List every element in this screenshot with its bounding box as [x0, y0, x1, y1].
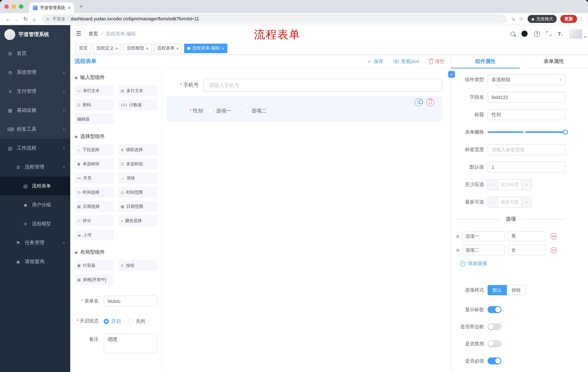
sidebar-item-process-model[interactable]: ✈流程模型: [0, 214, 70, 233]
sidebar-item-user-group[interactable]: ☻用户分组: [0, 195, 70, 214]
sidebar-item-infra[interactable]: ▦基础设施∨: [0, 101, 70, 120]
sidebar-item-workflow[interactable]: ▤工作流程∧: [0, 139, 70, 158]
status-on-radio[interactable]: 开启: [104, 318, 121, 325]
tag-4[interactable]: 流程表单-编辑×: [184, 43, 227, 53]
bookmark-star-icon[interactable]: ☆: [519, 16, 523, 22]
update-button[interactable]: 更新: [560, 15, 577, 23]
tag-0[interactable]: 首页: [76, 43, 91, 53]
new-tab-button[interactable]: +: [76, 2, 86, 11]
delete-component-button[interactable]: [426, 98, 434, 106]
copy-component-button[interactable]: [415, 98, 423, 106]
checkbox-option-1[interactable]: 选项一: [208, 108, 231, 114]
close-icon[interactable]: ×: [222, 46, 224, 50]
option-name-input[interactable]: [462, 245, 505, 255]
tag-2[interactable]: 流程模型×: [124, 43, 152, 53]
toggle-switch[interactable]: [488, 340, 501, 347]
title-input[interactable]: [488, 109, 566, 120]
sidebar-item-home[interactable]: ⊞首页: [0, 44, 70, 63]
form-canvas[interactable]: 手机号 性别: [162, 68, 451, 372]
phone-input[interactable]: [203, 79, 442, 92]
collapse-sidebar-icon[interactable]: ☰: [76, 30, 81, 37]
palette-item[interactable]: ▦表格[开发中]: [74, 274, 114, 285]
save-button[interactable]: ✓ 保存: [368, 58, 383, 65]
palette-item[interactable]: ⋔级联选择: [118, 144, 157, 155]
close-window-button[interactable]: [4, 4, 9, 9]
palette-item[interactable]: ⊷开关: [74, 172, 114, 183]
status-off-radio[interactable]: 关闭: [128, 318, 145, 325]
add-option-button[interactable]: + 添加选项: [460, 260, 566, 267]
tab-close-icon[interactable]: ×: [68, 5, 71, 11]
palette-item[interactable]: ⌄下拉选择: [74, 144, 114, 155]
sidebar-item-payment[interactable]: ¥支付管理∨: [0, 82, 70, 101]
sidebar-item-system[interactable]: ⚙系统管理∨: [0, 63, 70, 82]
palette-item[interactable]: ☁上传: [74, 229, 114, 240]
palette-item[interactable]: ◉单选框组: [74, 158, 114, 169]
fullscreen-icon[interactable]: [546, 31, 551, 36]
palette-item[interactable]: 123计数器: [118, 99, 157, 110]
user-avatar[interactable]: ▾: [569, 29, 582, 38]
minimize-window-button[interactable]: [12, 4, 16, 9]
max-count-stepper[interactable]: − 最多可选 +: [488, 197, 532, 207]
palette-item[interactable]: ▭单行文本: [74, 85, 114, 96]
github-icon[interactable]: [521, 31, 528, 37]
tag-3[interactable]: 流程表单×: [154, 43, 182, 53]
palette-item[interactable]: ▣行容器: [74, 260, 114, 271]
sidebar-item-devtools[interactable]: ⌨研发工具∨: [0, 120, 70, 139]
search-icon[interactable]: [511, 32, 515, 36]
checkbox-option-2[interactable]: 选项二: [243, 108, 267, 114]
breadcrumb-home[interactable]: 首页: [89, 30, 98, 37]
browser-menu-icon[interactable]: ⋮: [578, 16, 584, 22]
slider-track[interactable]: [488, 131, 566, 133]
option-name-input[interactable]: [462, 231, 505, 241]
palette-item[interactable]: ◶时间范围: [118, 187, 157, 198]
toggle-switch[interactable]: [488, 306, 501, 313]
palette-item[interactable]: ⊙按钮: [118, 260, 157, 271]
toggle-switch[interactable]: [488, 323, 501, 330]
canvas-field-phone[interactable]: 手机号: [166, 79, 442, 92]
palette-item[interactable]: ◑颜色选择: [118, 215, 157, 226]
palette-item[interactable]: ▤多行文本: [118, 85, 157, 96]
plus-icon[interactable]: +: [521, 180, 532, 190]
forward-button[interactable]: →: [12, 15, 21, 23]
palette-item[interactable]: ▦日期范围: [118, 201, 157, 212]
tab-component-props[interactable]: 组件属性: [451, 55, 520, 68]
home-button[interactable]: ⌂: [30, 15, 39, 23]
plus-icon[interactable]: +: [521, 197, 532, 207]
drag-handle-icon[interactable]: ≡: [456, 233, 459, 239]
font-size-icon[interactable]: T↕: [558, 31, 563, 37]
option-value-input[interactable]: [508, 245, 546, 255]
palette-item[interactable]: ☑多选框组: [118, 158, 157, 169]
tag-1[interactable]: 流程定义×: [93, 43, 121, 53]
drag-handle-icon[interactable]: ≡: [456, 247, 459, 253]
address-bar[interactable]: ⚠ 不安全 dashboard.yudao.iocoder.cn/bpm/man…: [42, 14, 507, 24]
slider-handle[interactable]: [563, 130, 568, 135]
palette-item[interactable]: ☆评分: [74, 215, 114, 226]
close-icon[interactable]: ×: [146, 46, 148, 50]
reload-button[interactable]: ↻: [21, 15, 30, 23]
minus-icon[interactable]: −: [488, 180, 498, 190]
sidebar-item-process-management[interactable]: ≣流程管理∧: [0, 158, 70, 177]
password-key-icon[interactable]: ⊸: [510, 16, 516, 22]
min-count-stepper[interactable]: − 至少应选 +: [488, 179, 532, 190]
option-value-input[interactable]: [508, 231, 546, 241]
checkbox-icon[interactable]: [208, 108, 213, 114]
palette-item[interactable]: ↔滑块: [118, 172, 157, 183]
component-type-select[interactable]: 多选框组 ▾: [488, 74, 566, 85]
label-width-input[interactable]: [488, 144, 566, 155]
toggle-switch[interactable]: [488, 357, 501, 364]
minus-icon[interactable]: −: [488, 197, 498, 207]
browser-tab[interactable]: 芋道管理系统 ×: [29, 2, 74, 13]
style-default-button[interactable]: 默认: [488, 285, 507, 295]
style-button-button[interactable]: 按钮: [507, 285, 526, 295]
form-name-input[interactable]: [104, 296, 157, 307]
palette-item[interactable]: 编辑器: [74, 114, 114, 125]
field-name-input[interactable]: [488, 92, 566, 103]
remove-option-icon[interactable]: [551, 233, 557, 239]
palette-item[interactable]: ▦日期选择: [74, 201, 114, 212]
close-icon[interactable]: ×: [177, 46, 179, 50]
sidebar-item-task-management[interactable]: ⚑任务管理∨: [0, 233, 70, 252]
palette-item[interactable]: ◷时间选择: [74, 187, 114, 198]
remark-textarea[interactable]: 嘿嘿: [104, 334, 157, 353]
help-icon[interactable]: ?: [534, 31, 540, 37]
tab-form-props[interactable]: 表单属性: [520, 55, 588, 68]
